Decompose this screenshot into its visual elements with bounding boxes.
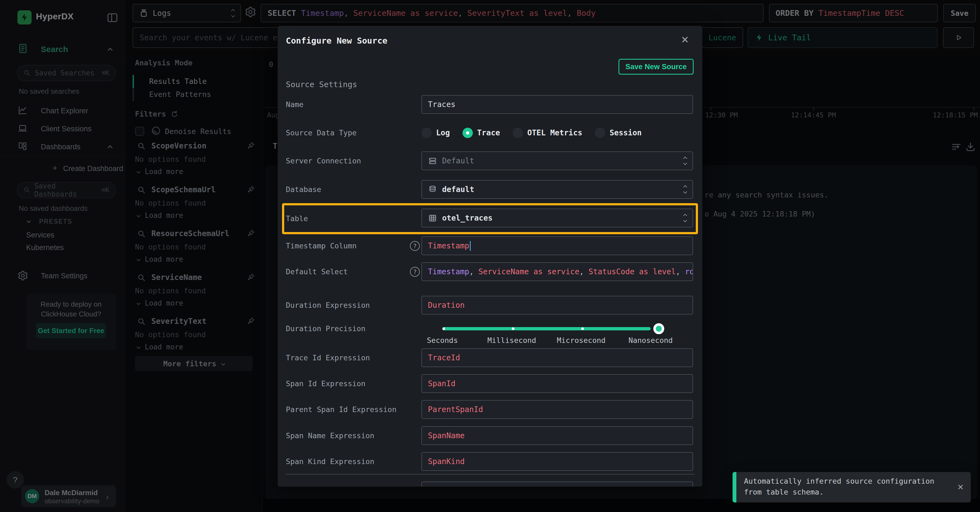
trace-id-input[interactable]: TraceId	[422, 348, 693, 367]
span-name-input[interactable]: SpanName	[422, 426, 693, 445]
duration-expression-value: Duration	[428, 301, 465, 309]
span-id-input[interactable]: SpanId	[422, 374, 693, 393]
trace-id-value: TraceId	[428, 353, 460, 362]
field-row-server-connection: Server Connection Default	[286, 152, 694, 170]
help-icon[interactable]: ?	[410, 241, 420, 251]
divider	[286, 474, 694, 474]
name-value: Traces	[428, 100, 455, 109]
field-row-database: Database default	[286, 180, 694, 199]
chevron-updown-icon	[684, 186, 687, 193]
slider-label-seconds: Seconds	[410, 336, 475, 345]
parent-span-id-input[interactable]: ParentSpanId	[422, 400, 693, 419]
toast-notification: Automatically inferred source configurat…	[733, 472, 971, 502]
span-name-value: SpanName	[428, 431, 465, 440]
span-kind-value: SpanKind	[428, 457, 465, 466]
duration-expression-input[interactable]: Duration	[422, 296, 693, 314]
field-label: Duration Precision	[286, 319, 366, 338]
radio-circle-selected	[463, 128, 473, 138]
clipped-next-input[interactable]	[422, 482, 693, 486]
field-label: Name	[286, 95, 304, 114]
chevron-updown-icon	[684, 157, 687, 164]
field-label: Trace Id Expression	[286, 348, 370, 367]
field-label: Table	[286, 205, 308, 232]
database-value: default	[442, 185, 474, 194]
radio-log[interactable]: Log	[422, 128, 450, 138]
modal-title: Configure New Source	[286, 36, 387, 45]
radio-otel-metrics[interactable]: OTEL Metrics	[512, 128, 582, 138]
configure-source-modal: Configure New Source × Source Settings S…	[278, 26, 702, 486]
slider-label-nanosecond: Nanosecond	[618, 336, 683, 345]
slider-label-microsecond: Microsecond	[549, 336, 614, 345]
field-row-span-name: Span Name Expression SpanName	[286, 426, 694, 445]
radio-trace[interactable]: Trace	[463, 128, 500, 138]
field-label: Span Id Expression	[286, 374, 366, 393]
name-input[interactable]: Traces	[422, 95, 693, 114]
save-new-source-button[interactable]: Save New Source	[619, 59, 694, 75]
field-row-name: Name Traces	[286, 95, 694, 114]
radio-session[interactable]: Session	[595, 128, 642, 138]
radio-circle	[422, 128, 432, 138]
close-icon[interactable]: ×	[677, 32, 693, 46]
slider-stop[interactable]	[442, 327, 445, 330]
radio-circle	[512, 128, 523, 138]
field-row-default-select: Default Select ? Timestamp, ServiceName …	[286, 262, 694, 281]
chevron-updown-icon	[684, 214, 687, 222]
parent-span-id-value: ParentSpanId	[428, 405, 483, 414]
table-value: otel_traces	[442, 214, 492, 223]
slider-label-millisecond: Millisecond	[479, 336, 544, 345]
default-select-value: Timestamp, ServiceName as service, Statu…	[428, 267, 693, 276]
field-label: Server Connection	[286, 152, 361, 170]
field-label: Source Data Type	[286, 123, 356, 142]
span-id-value: SpanId	[428, 379, 455, 388]
field-row-duration-expression: Duration Expression Duration	[286, 296, 694, 314]
app-screen: Logs SELECT Timestamp, ServiceName as se…	[0, 0, 980, 512]
toast-message-line1: Automatically inferred source configurat…	[744, 477, 934, 485]
timestamp-column-input[interactable]: Timestamp	[422, 236, 693, 255]
server-icon	[428, 156, 437, 166]
slider-thumb[interactable]	[653, 323, 664, 334]
server-connection-select[interactable]: Default	[422, 152, 693, 170]
timestamp-column-value: Timestamp	[428, 241, 469, 250]
server-connection-value: Default	[442, 156, 474, 165]
field-label: Parent Span Id Expression	[286, 400, 396, 419]
field-row-trace-id: Trace Id Expression TraceId	[286, 348, 694, 367]
help-icon[interactable]: ?	[410, 267, 420, 277]
field-label: Timestamp Column	[286, 236, 356, 255]
field-row-timestamp-column: Timestamp Column ? Timestamp	[286, 236, 694, 255]
precision-slider-track[interactable]	[442, 327, 651, 330]
toast-accent-bar	[733, 472, 737, 502]
field-label: Database	[286, 180, 321, 199]
field-label: Duration Expression	[286, 296, 370, 314]
radio-circle	[595, 128, 605, 138]
close-icon[interactable]: ×	[958, 481, 964, 493]
field-label: Default Select	[286, 262, 348, 281]
table-row-highlight: Table otel_traces	[282, 203, 698, 234]
database-select[interactable]: default	[422, 180, 693, 199]
field-row-span-kind: Span Kind Expression SpanKind	[286, 452, 694, 471]
table-select[interactable]: otel_traces	[422, 209, 693, 227]
field-row-source-data-type: Source Data Type Log Trace OTEL Metrics …	[286, 123, 694, 142]
toast-message-line2: from table schema.	[744, 488, 824, 496]
slider-stop[interactable]	[581, 327, 584, 330]
field-row-parent-span-id: Parent Span Id Expression ParentSpanId	[286, 400, 694, 419]
field-label: Span Kind Expression	[286, 452, 374, 471]
database-icon	[428, 185, 437, 194]
table-grid-icon	[428, 214, 437, 223]
default-select-input[interactable]: Timestamp, ServiceName as service, Statu…	[422, 262, 693, 281]
field-label: Span Name Expression	[286, 426, 374, 445]
text-cursor	[470, 241, 471, 251]
section-title: Source Settings	[286, 80, 357, 89]
span-kind-input[interactable]: SpanKind	[422, 452, 693, 471]
field-row-span-id: Span Id Expression SpanId	[286, 374, 694, 393]
slider-stop[interactable]	[512, 327, 514, 330]
